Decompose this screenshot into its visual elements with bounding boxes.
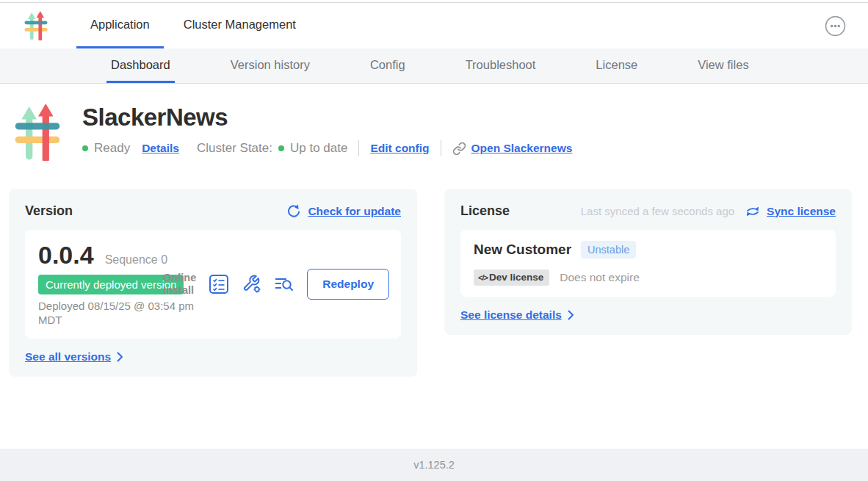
details-link[interactable]: Details <box>142 142 179 155</box>
main-content: SlackerNews Ready Details Cluster State:… <box>0 84 868 449</box>
subtab-view-files[interactable]: View files <box>693 48 753 83</box>
redeploy-button[interactable]: Redeploy <box>307 269 389 300</box>
deployed-status-badge: Currently deployed version <box>38 275 184 294</box>
subtab-version-history[interactable]: Version history <box>226 48 314 83</box>
channel-badge: Unstable <box>581 241 636 258</box>
divider <box>358 140 359 156</box>
customer-row: New Customer Unstable <box>474 241 822 258</box>
app-status-row: Ready Details Cluster State: Up to date … <box>82 140 572 156</box>
install-type-label: Online Install <box>163 272 196 296</box>
license-meta-row: </> Dev license Does not expire <box>474 270 822 286</box>
subtab-config[interactable]: Config <box>366 48 410 83</box>
chevron-right-icon <box>117 352 123 362</box>
subtab-dashboard[interactable]: Dashboard <box>106 48 175 83</box>
check-for-update[interactable]: Check for update <box>286 204 401 219</box>
customer-name: New Customer <box>474 242 571 258</box>
subtab-dashboard-label: Dashboard <box>111 58 170 72</box>
license-card: License Last synced a few seconds ago Sy… <box>444 189 852 335</box>
license-type-label: Dev license <box>489 272 543 283</box>
subtab-license-label: License <box>596 58 637 72</box>
license-sync-area: Last synced a few seconds ago Sync licen… <box>581 205 836 218</box>
dashboard-cards: Version Check for update 0.0.4 Sequence … <box>9 189 852 377</box>
subtab-license[interactable]: License <box>591 48 642 83</box>
admin-console-page: Application Cluster Management Dashboard… <box>0 0 868 481</box>
app-header: SlackerNews Ready Details Cluster State:… <box>15 104 868 161</box>
license-card-header: License Last synced a few seconds ago Sy… <box>460 203 836 219</box>
see-all-versions[interactable]: See all versions <box>25 350 401 364</box>
see-license-details[interactable]: See license details <box>460 308 836 322</box>
tab-application[interactable]: Application <box>76 3 164 48</box>
check-for-update-link[interactable]: Check for update <box>308 205 401 218</box>
refresh-icon <box>286 204 301 219</box>
file-search-icon <box>274 275 294 294</box>
see-all-versions-link[interactable]: See all versions <box>25 350 111 364</box>
navbar-right <box>825 3 868 48</box>
preflight-checks-button[interactable] <box>209 274 229 294</box>
version-number-row: 0.0.4 Sequence 0 <box>38 241 388 270</box>
footer: v1.125.2 <box>0 449 868 481</box>
brand-logo <box>13 3 59 48</box>
top-navbar: Application Cluster Management <box>0 3 868 48</box>
subtab-troubleshoot[interactable]: Troubleshoot <box>461 48 540 83</box>
license-details-panel: New Customer Unstable </> Dev license Do… <box>460 230 836 297</box>
slackernews-logo-icon <box>24 11 48 40</box>
cluster-state-label: Cluster State: <box>197 141 272 156</box>
subtab-view-files-label: View files <box>698 58 748 72</box>
tab-cluster-management-label: Cluster Management <box>184 18 296 32</box>
sequence-label: Sequence 0 <box>105 253 167 267</box>
version-card: Version Check for update 0.0.4 Sequence … <box>9 189 417 377</box>
subtab-troubleshoot-label: Troubleshoot <box>466 58 536 72</box>
app-status-dot <box>82 145 88 151</box>
sync-arrows-icon <box>745 205 760 218</box>
chevron-right-icon <box>568 310 574 320</box>
see-license-details-link[interactable]: See license details <box>460 308 562 322</box>
version-card-title: Version <box>25 203 73 219</box>
current-version-panel: 0.0.4 Sequence 0 Currently deployed vers… <box>25 230 401 339</box>
expiry-text: Does not expire <box>560 271 640 284</box>
license-type-badge: </> Dev license <box>474 270 549 286</box>
edit-config-button[interactable] <box>242 274 261 294</box>
version-actions: Online Install <box>163 269 389 300</box>
subtab-version-history-label: Version history <box>231 58 310 72</box>
checklist-icon <box>209 274 229 294</box>
version-card-header: Version Check for update <box>25 203 401 219</box>
app-logo-icon <box>15 104 60 161</box>
last-synced-text: Last synced a few seconds ago <box>581 205 734 217</box>
subtab-config-label: Config <box>370 58 405 72</box>
app-header-text: SlackerNews Ready Details Cluster State:… <box>82 104 572 161</box>
tab-application-label: Application <box>90 18 150 32</box>
cluster-state-dot <box>278 145 284 151</box>
cluster-state-value: Up to date <box>290 141 347 156</box>
chain-link-icon <box>452 142 466 156</box>
edit-config-link[interactable]: Edit config <box>370 142 429 155</box>
page-title: SlackerNews <box>82 104 572 131</box>
code-icon: </> <box>478 273 488 282</box>
open-app-link[interactable]: Open Slackernews <box>471 142 573 155</box>
wrench-gear-icon <box>242 274 261 294</box>
divider <box>441 140 441 156</box>
version-number: 0.0.4 <box>38 241 94 270</box>
license-card-title: License <box>460 203 510 219</box>
app-subnav: Dashboard Version history Config Trouble… <box>0 48 868 84</box>
console-version: v1.125.2 <box>413 459 455 471</box>
tab-cluster-management[interactable]: Cluster Management <box>170 3 310 48</box>
app-status-text: Ready <box>94 141 130 156</box>
ellipsis-menu-icon[interactable] <box>825 15 846 37</box>
deployed-timestamp: Deployed 08/15/25 @ 03:54 pm MDT <box>38 300 218 328</box>
sync-license-link[interactable]: Sync license <box>767 205 836 218</box>
view-logs-button[interactable] <box>274 275 294 294</box>
